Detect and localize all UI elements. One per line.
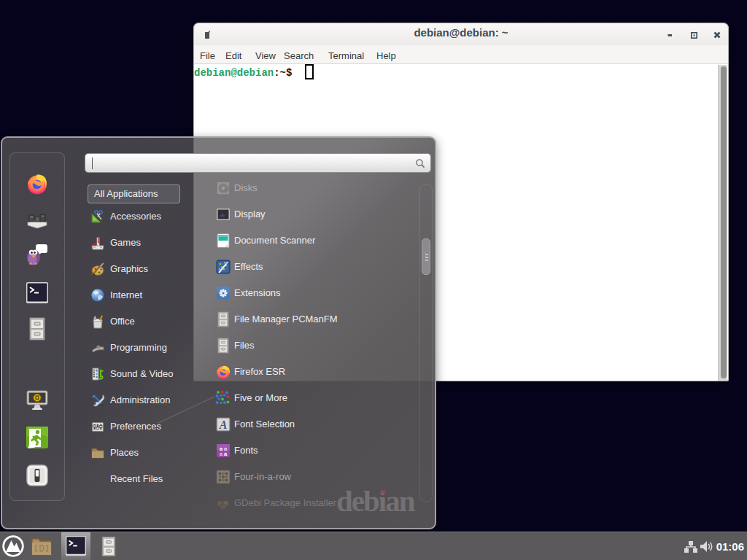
svg-text:A: A [219,419,228,431]
